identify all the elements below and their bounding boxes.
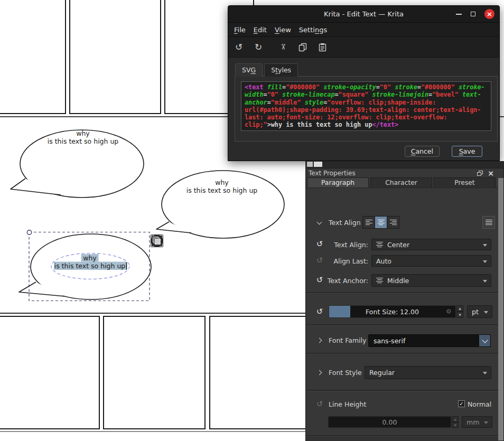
cancel-button[interactable]: Cancel (405, 146, 440, 157)
dialog-tab-svg[interactable]: SVG (235, 63, 263, 77)
docker-title: Text Properties (309, 170, 356, 177)
slider-radio-icon: ⊙ (446, 308, 451, 315)
svg-code-editor[interactable]: <text fill="#000000" stroke-opacity="0" … (241, 81, 491, 131)
expand-font-style-icon[interactable] (315, 371, 323, 374)
font-family-dropdown-button[interactable] (479, 335, 490, 346)
font-size-spinner[interactable]: ▲ ▼ (456, 305, 463, 318)
dropdown-arrow-icon (484, 421, 488, 424)
line-height-field[interactable]: 0.00 (328, 416, 451, 428)
text-align-dropdown[interactable]: Center (371, 239, 491, 250)
dialog-title: Krita - Edit Text — Krita (324, 10, 404, 18)
line-height-unit-dropdown[interactable]: mm (462, 416, 492, 428)
line-height-value: 0.00 (382, 418, 397, 426)
code-line: anchor="middle" style="overflow: clip;sh… (245, 99, 489, 106)
code-line: clip;">why is this text so high up</text… (245, 121, 489, 128)
docker-tab-paragraph[interactable]: Paragraph (307, 177, 369, 187)
dialog-tab-bar: SVGStyles (235, 63, 300, 77)
redo-icon[interactable]: ↻ (253, 41, 264, 53)
copy-icon[interactable] (297, 41, 309, 53)
spin-down-icon[interactable]: ▼ (452, 422, 459, 428)
close-icon[interactable]: × (484, 9, 494, 19)
docker-tab-preset[interactable]: Preset (434, 177, 496, 187)
font-family-value: sans-serif (374, 337, 405, 345)
docker-tab-character[interactable]: Character (370, 177, 432, 187)
font-style-value: Regular (369, 369, 395, 377)
speech-bubble-3-selected[interactable]: why is this text so high up (19, 230, 151, 301)
font-style-dropdown[interactable]: Regular (365, 366, 491, 379)
justify-icon (486, 220, 492, 226)
align-last-dropdown[interactable]: Auto (371, 255, 491, 267)
minimize-icon[interactable] (456, 14, 462, 15)
reset-align-last-button[interactable]: ↺ (315, 257, 324, 265)
section-divider (306, 324, 503, 326)
bubble-text-line2: is this text so high up (186, 186, 258, 194)
text-align-label: Text Align: (324, 241, 368, 249)
line-height-normal-checkbox[interactable]: ✓ (458, 400, 465, 407)
close-docker-icon[interactable]: × (488, 170, 494, 177)
transform-shape-icon[interactable] (151, 234, 163, 247)
save-button[interactable]: Save (452, 146, 482, 157)
code-line: url(#path0);shape-padding: 39.69;text-al… (245, 106, 489, 114)
code-line: <text fill="#000000" stroke-opacity="0" … (245, 83, 489, 91)
spin-up-icon[interactable]: ▲ (456, 305, 463, 312)
float-docker-icon[interactable] (477, 171, 483, 176)
justify-button[interactable] (482, 216, 495, 229)
reset-font-size-button[interactable]: ↺ (315, 308, 324, 316)
maximize-icon[interactable] (471, 12, 475, 16)
paste-icon[interactable] (316, 41, 328, 53)
menu-item-view[interactable]: View (275, 26, 291, 34)
dialog-tab-styles[interactable]: Styles (264, 63, 298, 77)
spin-up-icon[interactable]: ▲ (452, 416, 459, 422)
menu-item-edit[interactable]: Edit (254, 26, 267, 34)
rotation-handle[interactable] (27, 230, 31, 234)
scroll-fragment (307, 162, 313, 167)
dropdown-arrow-icon (483, 280, 487, 283)
line-height-spinner[interactable]: ▲ ▼ (452, 416, 459, 428)
speech-bubble-1[interactable]: why is this text so high up (11, 129, 144, 198)
dropdown-arrow-icon (483, 260, 487, 263)
bubble-text-line1: why (83, 254, 97, 262)
align-left-button[interactable] (362, 216, 375, 229)
center-align-icon (376, 242, 383, 248)
reset-text-align-button[interactable]: ↺ (315, 240, 324, 248)
code-line: width="0" stroke-linecap="square" stroke… (245, 91, 489, 98)
reset-line-height-button[interactable]: ↺ (315, 400, 324, 408)
section-divider (306, 353, 503, 354)
align-right-button[interactable] (387, 216, 399, 229)
reset-text-anchor-button[interactable]: ↺ (315, 276, 324, 284)
font-family-combo[interactable]: sans-serif (368, 334, 491, 347)
section-divider (306, 292, 503, 294)
align-last-value: Auto (376, 257, 391, 265)
line-height-normal-label: Normal (468, 400, 491, 408)
line-height-label: Line Height (329, 400, 366, 408)
align-last-label: Align Last: (324, 257, 368, 265)
font-style-label: Font Style (329, 369, 362, 377)
window-gap-strip (305, 161, 504, 168)
bubble-text-line1: why (76, 129, 90, 137)
menu-item-file[interactable]: File (234, 26, 246, 34)
docker-titlebar[interactable]: Text Properties × (306, 168, 503, 177)
dialog-titlebar[interactable]: Krita - Edit Text — Krita × (228, 6, 499, 23)
collapse-section-icon[interactable] (315, 220, 323, 224)
cut-icon[interactable]: ✂ (277, 41, 289, 53)
edit-text-dialog: Krita - Edit Text — Krita × FileEditView… (228, 5, 500, 161)
font-size-slider[interactable]: Font Size: 12.00 ⊙ (329, 305, 456, 318)
docker-scrollbar[interactable] (498, 178, 503, 440)
font-family-label: Font Family (329, 336, 366, 344)
align-left-icon (366, 220, 372, 226)
text-anchor-label: Text Anchor: (324, 277, 368, 285)
speech-bubble-2[interactable]: why is this text so high up (156, 171, 284, 238)
scroll-fragment (314, 162, 322, 167)
dialog-toolbar: ↺ ↻ ✂ (228, 37, 499, 58)
expand-font-family-icon[interactable] (315, 339, 323, 342)
section-divider (306, 390, 503, 391)
slider-fill (329, 306, 350, 317)
krita-application: why is this text so high up why is this … (0, 0, 504, 441)
menu-item-settings[interactable]: Settings (299, 26, 327, 34)
bubble-text-line2: is this text so high up (48, 137, 119, 145)
text-anchor-dropdown[interactable]: Middle (371, 274, 491, 287)
undo-icon[interactable]: ↺ (233, 41, 245, 53)
align-center-button[interactable] (375, 216, 387, 229)
font-size-unit-dropdown[interactable]: pt (467, 305, 492, 318)
spin-down-icon[interactable]: ▼ (456, 312, 463, 318)
